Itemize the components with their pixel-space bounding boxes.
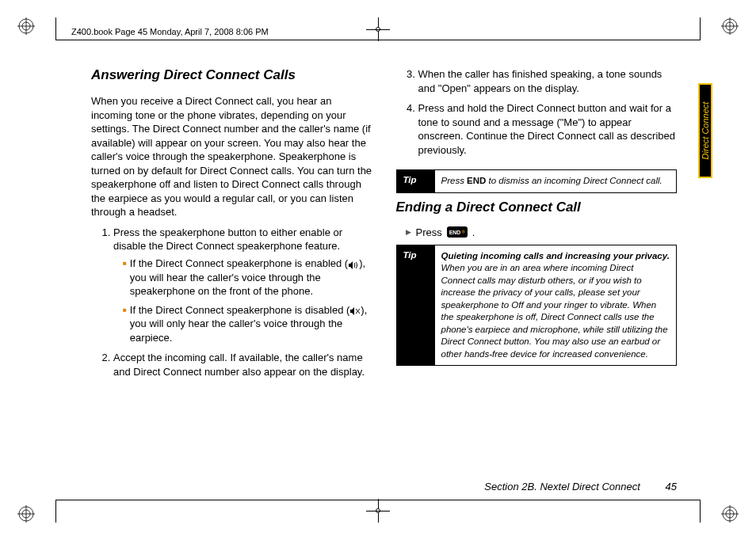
- tip-box-2: Tip Quieting incoming calls and increasi…: [396, 245, 678, 367]
- registration-mark-icon: [17, 17, 35, 35]
- registration-mark-icon: [17, 505, 35, 523]
- page-meta-header: Z400.book Page 45 Monday, April 7, 2008 …: [71, 27, 269, 36]
- tip2-lead: Quieting incoming calls and increasing y…: [441, 251, 670, 260]
- page-footer: Section 2B. Nextel Direct Connect 45: [0, 481, 677, 492]
- section-thumb-label: Direct Connect: [701, 102, 710, 160]
- press-label: Press: [416, 226, 442, 238]
- heading-ending: Ending a Direct Connect Call: [396, 200, 678, 215]
- press-end-instruction: ▶ Press END®.: [396, 226, 678, 238]
- step-1b: ■ If the Direct Connect speakerphone is …: [123, 303, 372, 345]
- tip-body: Press END to dismiss an incoming Direct …: [435, 170, 669, 192]
- section-thumb-tab: Direct Connect: [698, 83, 712, 178]
- tip-body: Quieting incoming calls and increasing y…: [435, 245, 677, 366]
- step-1: Press the speakerphone button to either …: [113, 226, 372, 344]
- footer-section: Section 2B. Nextel Direct Connect: [484, 481, 640, 492]
- step-1a: ■ If the Direct Connect speakerphone is …: [123, 257, 372, 299]
- tip-label: Tip: [397, 170, 435, 192]
- speaker-off-icon: [349, 306, 361, 315]
- bullet-icon: ■: [123, 260, 127, 299]
- heading-answering: Answering Direct Connect Calls: [91, 67, 372, 83]
- tip-box-1: Tip Press END to dismiss an incoming Dir…: [396, 169, 678, 193]
- right-column: When the caller has finished speaking, a…: [396, 67, 678, 477]
- press-period: .: [472, 226, 475, 238]
- crop-line: [700, 500, 701, 523]
- crop-line: [700, 17, 701, 40]
- crop-line: [55, 500, 56, 523]
- crop-line: [55, 17, 56, 40]
- registration-mark-icon: [721, 505, 739, 523]
- step-4: Press and hold the Direct Connect button…: [418, 101, 678, 157]
- crosshair-icon: [366, 499, 390, 523]
- bullet-icon: ■: [123, 306, 127, 345]
- steps-list: Press the speakerphone button to either …: [91, 226, 372, 385]
- tip-label: Tip: [397, 245, 435, 366]
- speaker-on-icon: [348, 260, 359, 269]
- intro-paragraph: When you receive a Direct Connect call, …: [91, 94, 372, 219]
- step-1b-text: If the Direct Connect speakerphone is di…: [130, 303, 372, 345]
- steps-list-cont: When the caller has finished speaking, a…: [396, 67, 678, 163]
- registration-mark-icon: [721, 17, 739, 35]
- step-1a-text: If the Direct Connect speakerphone is en…: [130, 257, 372, 299]
- step-1-text: Press the speakerphone button to either …: [113, 226, 342, 253]
- triangle-bullet-icon: ▶: [406, 228, 411, 236]
- tip2-body: When you are in an area where incoming D…: [441, 263, 668, 359]
- end-key-icon: END®: [447, 226, 468, 238]
- step-3: When the caller has finished speaking, a…: [418, 67, 678, 95]
- left-column: Answering Direct Connect Calls When you …: [91, 67, 372, 477]
- page-content: Answering Direct Connect Calls When you …: [91, 67, 677, 477]
- tip-end-key: END: [467, 176, 486, 185]
- step-2: Accept the incoming call. If available, …: [113, 351, 372, 378]
- crosshair-icon: [366, 17, 390, 41]
- footer-page-number: 45: [666, 481, 677, 492]
